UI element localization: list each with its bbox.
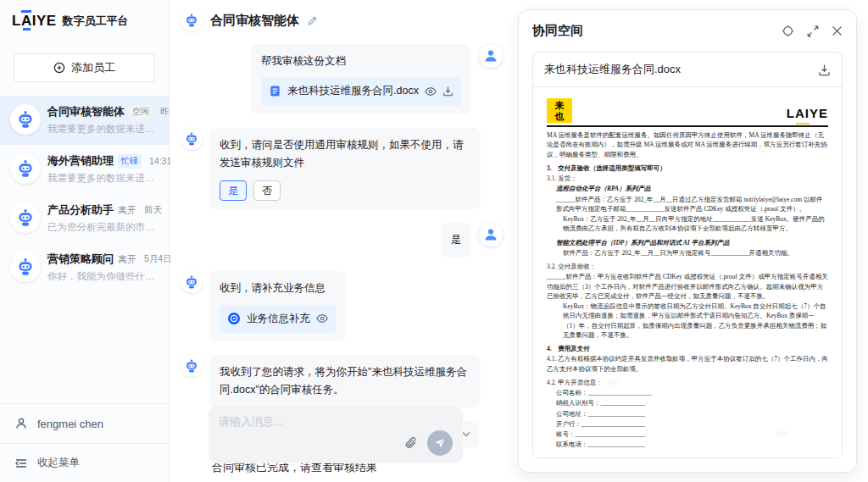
sidebar: LAIYE 数字员工平台 添加员工 [0, 0, 170, 482]
doc-paragraph: 公司名称：____________________ [547, 388, 828, 397]
current-user[interactable]: fengmei chen [0, 403, 169, 443]
close-icon[interactable] [832, 25, 843, 36]
no-button[interactable]: 否 [253, 180, 281, 201]
locate-target-icon[interactable] [782, 25, 794, 37]
laiye-wordmark: LAIYE [787, 104, 828, 124]
agent-last-time: 前天 [141, 204, 162, 216]
document-preview[interactable]: 1011 1011 1011 1011 1011 来也 LAIYE MA 运维服… [533, 87, 842, 457]
user-message: 是 [181, 223, 506, 258]
document-file-bar: 来也科技运维服务合同.docx [533, 53, 842, 87]
agent-name: 海外营销助理 [47, 153, 114, 169]
doc-paragraph: KeyBox：物流追踪信息中显示的签收日期为乙方交付日期。KeyBox 自交付日… [547, 302, 828, 340]
agent-name: 产品分析助手 [47, 202, 114, 218]
agent-status-badge: 离开 [118, 252, 136, 267]
collab-space-panel: 协同空间 来也科技运维服 [518, 9, 857, 473]
add-employee-button[interactable]: 添加员工 [14, 53, 155, 82]
divider [547, 125, 828, 127]
business-info-chip[interactable]: 业务信息补充 [220, 305, 336, 333]
agent-name: 合同审核智能体 [47, 104, 125, 119]
send-button[interactable] [427, 430, 453, 456]
agent-list: 合同审核智能体 空闲 昨天 我需要更多的数据来进行分析 [0, 96, 169, 292]
message-input-box [209, 406, 463, 463]
collapse-menu-icon [14, 457, 28, 469]
attachment-paperclip-icon[interactable] [404, 436, 418, 450]
user-message-text: 帮我审核这份文档 [261, 55, 346, 67]
agent-message-preview: 已为您分析完最新的市场报告 [47, 221, 159, 234]
user-message-text: 是 [441, 223, 472, 258]
panel-header: 协同空间 [519, 10, 856, 49]
add-employee-label: 添加员工 [71, 60, 115, 75]
user-message: 帮我审核这份文档 来也科技运维服务合同.docx [181, 44, 506, 114]
robot-avatar-icon [181, 271, 203, 293]
doc-paragraph: 3.1. 发货： [547, 174, 828, 183]
agent-status-badge: 忙碌 [118, 154, 142, 169]
bot-message-text: 我收到了您的请求，将为你开始"来也科技运维服务合同.docx"的合同审核任务。 [209, 355, 481, 408]
doc-paragraph: 3. 交付及验收（选择适用类型填写即可） [547, 163, 828, 173]
chat-header: 合同审核智能体 [170, 0, 506, 38]
agent-message-preview: 我需要更多的数据来进行分析 [47, 172, 159, 185]
doc-paragraph: KeyBox：乙方应于 202_年__月__日向甲方指定的地址_________… [547, 214, 828, 234]
doc-paragraph: 账号：______________________ [547, 429, 828, 439]
doc-paragraph: ______软件产品：甲方应在收到软件产品 CDKey 或授权凭证（.proof… [547, 272, 828, 301]
chip-label: 业务信息补充 [247, 310, 310, 328]
chat-area: 合同审核智能体 帮我审核这份文档 来也科技运维服务合同.docx [170, 0, 506, 482]
doc-paragraph: 智能文档处理平台（IDP）系列产品和对话式 AI 平台系列产品 [547, 238, 828, 247]
add-employee-icon [53, 62, 65, 74]
robot-avatar-icon [10, 153, 41, 184]
expand-icon[interactable] [807, 25, 819, 37]
collapse-menu-label: 收起菜单 [37, 456, 80, 470]
bot-message-text: 收到，请问是否使用通用审核规则，如果不使用，请发送审核规则文件 [220, 139, 464, 169]
agent-status-badge: 离开 [118, 202, 136, 218]
document-page: 1011 1011 1011 1011 1011 来也 LAIYE MA 运维服… [547, 98, 828, 450]
doc-paragraph: 公司地址：__________________ [547, 409, 828, 418]
bot-message: 收到，请问是否使用通用审核规则，如果不使用，请发送审核规则文件 是 否 [181, 128, 506, 210]
attached-file-chip[interactable]: 来也科技运维服务合同.docx [261, 77, 461, 105]
app-logo: LAIYE 数字员工平台 [0, 0, 169, 36]
agent-message-preview: 我需要更多的数据来进行分析 [47, 123, 159, 136]
robot-avatar-icon [10, 202, 41, 233]
agent-message-preview: 你好，我能为你做些什么吗 [47, 270, 159, 283]
preview-eye-icon[interactable] [425, 86, 437, 97]
robot-avatar-icon [10, 252, 41, 282]
bot-message: 收到，请补充业务信息 业务信息补充 [181, 271, 506, 341]
doc-paragraph: 3.2. 交付及验收： [547, 262, 828, 271]
sidebar-agent-item[interactable]: 海外营销助理 忙碌 14:31 我需要更多的数据来进行分析 [0, 145, 169, 194]
edit-title-icon[interactable] [307, 15, 318, 26]
agent-last-time: 5月4日 [141, 253, 172, 265]
doc-paragraph: 联系电话：__________________ [547, 440, 828, 449]
yes-button[interactable]: 是 [220, 180, 247, 201]
sidebar-agent-item[interactable]: 产品分析助手 离开 前天 已为您分析完最新的市场报告 [0, 194, 169, 243]
panel-title: 协同空间 [532, 23, 583, 39]
download-icon[interactable] [442, 86, 453, 97]
agent-last-time: 14:31 [146, 156, 171, 166]
doc-paragraph: MA 运维服务是软件的配套运维服务。如因任何原因甲方终止使用软件，MA 运维服务… [547, 130, 828, 159]
preview-eye-icon[interactable] [316, 313, 328, 324]
bot-message-text: 收到，请补充业务信息 [220, 282, 326, 294]
doc-paragraph: 软件产品：乙方应于 202_年__月__日为甲方指定账号____________… [547, 248, 828, 258]
doc-paragraph: 纳税人识别号：______________ [547, 398, 828, 407]
sidebar-agent-item[interactable]: 合同审核智能体 空闲 昨天 我需要更多的数据来进行分析 [0, 96, 169, 145]
user-avatar [479, 223, 503, 247]
robot-avatar-icon [181, 355, 203, 377]
tool-icon [227, 312, 241, 325]
collapse-menu-button[interactable]: 收起菜单 [0, 443, 169, 482]
file-name: 来也科技运维服务合同.docx [287, 82, 419, 100]
sidebar-agent-item[interactable]: 营销策略顾问 离开 5月4日 你好，我能为你做些什么吗 [0, 243, 169, 292]
doc-paragraph: ______软件产品：乙方应于 202_年__月__日通过乙方指定发货邮箱 no… [547, 195, 828, 214]
platform-name: 数字员工平台 [63, 14, 129, 29]
chevron-down-icon[interactable] [462, 431, 470, 437]
doc-paragraph: 流程自动化平台（RPA）系列产品 [547, 184, 828, 193]
user-name: fengmei chen [37, 418, 103, 430]
download-icon[interactable] [818, 64, 831, 76]
laiye-yellow-logo: 来也 [547, 98, 572, 123]
user-avatar [479, 44, 503, 68]
app-window: LAIYE 数字员工平台 添加员工 [0, 0, 868, 482]
document-viewer: 来也科技运维服务合同.docx 1011 1011 1011 1011 1011… [532, 52, 843, 458]
agent-name: 营销策略顾问 [47, 252, 114, 267]
doc-paragraph: 4.1. 乙方有权根据本协议约定开具发票并收取款项，甲方应于本协议签订后的七（7… [547, 354, 828, 374]
robot-avatar-icon [181, 9, 203, 31]
bot-message: 我收到了您的请求，将为你开始"来也科技运维服务合同.docx"的合同审核任务。 [181, 355, 506, 408]
brand-logo: LAIYE [12, 13, 57, 30]
robot-avatar-icon [181, 128, 203, 150]
document-file-name: 来也科技运维服务合同.docx [544, 62, 681, 77]
